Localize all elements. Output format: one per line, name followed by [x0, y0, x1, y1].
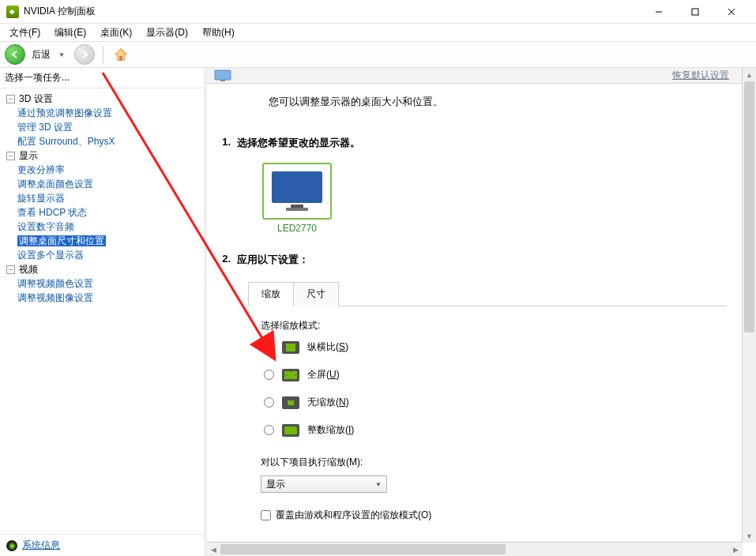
no-scaling-icon: [282, 396, 299, 409]
svg-rect-9: [286, 208, 308, 211]
menu-desktop[interactable]: 桌面(K): [94, 24, 138, 41]
svg-rect-10: [286, 344, 295, 351]
scaling-mode-label: 选择缩放模式:: [261, 319, 742, 332]
system-info-link[interactable]: 系统信息: [22, 539, 60, 552]
back-dropdown-icon[interactable]: ▼: [58, 51, 65, 58]
tree-desktop-size-position[interactable]: 调整桌面尺寸和位置: [17, 235, 106, 246]
restore-defaults-link[interactable]: 恢复默认设置: [666, 69, 735, 82]
tree-preview-adjust[interactable]: 通过预览调整图像设置: [17, 107, 112, 118]
chevron-down-icon: ▼: [375, 481, 382, 488]
monitor-name: LED2770: [261, 223, 333, 234]
task-tree: −3D 设置 通过预览调整图像设置 管理 3D 设置 配置 Surround、P…: [0, 88, 204, 534]
settings-tabs: 缩放 尺寸: [248, 281, 726, 306]
radio-integer-label: 整数缩放(I): [307, 423, 354, 437]
scroll-right-icon[interactable]: ▶: [729, 543, 743, 556]
radio-aspect-label: 纵横比(S): [307, 340, 348, 354]
minimize-button[interactable]: [641, 0, 677, 24]
scroll-up-icon[interactable]: ▲: [743, 68, 756, 81]
monitor-small-icon: [213, 69, 240, 83]
sidebar: 选择一项任务... −3D 设置 通过预览调整图像设置 管理 3D 设置 配置 …: [0, 68, 207, 556]
svg-rect-12: [288, 400, 294, 405]
section-select-display: 1. 选择您希望更改的显示器。 LED2770: [216, 136, 742, 234]
tree-video[interactable]: 视频: [19, 262, 38, 276]
tree-video-image[interactable]: 调整视频图像设置: [17, 292, 93, 303]
svg-rect-5: [215, 70, 231, 80]
svg-rect-4: [119, 56, 122, 61]
override-checkbox[interactable]: [261, 510, 271, 520]
tree-desktop-color[interactable]: 调整桌面颜色设置: [17, 178, 93, 190]
radio-integer-scaling[interactable]: 整数缩放(I): [264, 423, 742, 437]
sidebar-footer: ◉ 系统信息: [0, 534, 204, 556]
vertical-scrollbar[interactable]: ▲ ▼: [743, 68, 756, 543]
toolbar: 后退 ▼: [0, 41, 756, 68]
horizontal-scroll-thumb[interactable]: [220, 544, 506, 554]
menu-file[interactable]: 文件(F): [3, 24, 47, 41]
override-checkbox-row[interactable]: 覆盖由游戏和程序设置的缩放模式(O): [261, 509, 742, 522]
tree-toggle-display[interactable]: −: [6, 152, 15, 160]
override-label: 覆盖由游戏和程序设置的缩放模式(O): [276, 509, 431, 522]
intro-text: 您可以调整显示器的桌面大小和位置。: [207, 84, 742, 117]
tree-toggle-3d[interactable]: −: [6, 95, 15, 103]
fullscreen-icon: [282, 369, 299, 381]
menu-help[interactable]: 帮助(H): [196, 24, 241, 41]
system-info-icon: ◉: [6, 540, 17, 551]
aspect-ratio-icon: [282, 341, 299, 354]
vertical-scroll-thumb[interactable]: [744, 81, 754, 332]
tab-scale[interactable]: 缩放: [248, 282, 294, 306]
menubar: 文件(F) 编辑(E) 桌面(K) 显示器(D) 帮助(H): [0, 24, 756, 41]
horizontal-scrollbar[interactable]: ◀ ▶: [207, 543, 743, 556]
svg-rect-8: [291, 205, 303, 208]
tree-display[interactable]: 显示: [19, 148, 38, 163]
tree-multiple-displays[interactable]: 设置多个显示器: [17, 250, 84, 261]
radio-fullscreen-label: 全屏(U): [307, 368, 340, 381]
perform-scaling-label: 对以下项目执行缩放(M):: [261, 456, 742, 469]
sidebar-header: 选择一项任务...: [0, 68, 204, 88]
scroll-left-icon[interactable]: ◀: [207, 543, 220, 556]
section-2-number: 2.: [216, 253, 231, 267]
menu-edit[interactable]: 编辑(E): [48, 24, 92, 41]
scroll-down-icon[interactable]: ▼: [743, 529, 756, 543]
back-label: 后退: [32, 48, 51, 62]
svg-rect-1: [692, 9, 698, 15]
nvidia-app-icon: [6, 6, 19, 18]
back-button[interactable]: [5, 44, 25, 65]
tree-toggle-video[interactable]: −: [6, 265, 15, 274]
tree-manage-3d[interactable]: 管理 3D 设置: [17, 122, 73, 133]
tree-rotate-display[interactable]: 旋转显示器: [17, 193, 65, 204]
monitor-item[interactable]: LED2770: [261, 163, 333, 234]
tree-digital-audio[interactable]: 设置数字音频: [17, 221, 74, 232]
radio-fullscreen[interactable]: 全屏(U): [264, 368, 742, 381]
tree-hdcp-status[interactable]: 查看 HDCP 状态: [17, 207, 87, 218]
section-apply-settings: 2. 应用以下设置： 缩放 尺寸 选择缩放模式: 纵横: [216, 253, 742, 543]
radio-integer-input[interactable]: [264, 425, 274, 435]
window-title: NVIDIA 控制面板: [24, 5, 641, 18]
perform-scaling-select[interactable]: 显示 ▼: [261, 475, 387, 493]
home-button[interactable]: [111, 45, 130, 64]
section-1-number: 1.: [216, 136, 231, 150]
maximize-button[interactable]: [677, 0, 713, 24]
svg-rect-13: [284, 426, 297, 434]
tree-3d-settings[interactable]: 3D 设置: [19, 92, 53, 106]
close-button[interactable]: [713, 0, 750, 24]
tree-video-color[interactable]: 调整视频颜色设置: [17, 278, 93, 289]
tree-change-resolution[interactable]: 更改分辨率: [17, 164, 65, 175]
radio-no-scaling[interactable]: 无缩放(N): [264, 396, 742, 409]
forward-button[interactable]: [74, 44, 95, 65]
radio-no-scaling-input[interactable]: [264, 397, 274, 408]
toolbar-separator: [103, 46, 103, 63]
radio-aspect-input[interactable]: [264, 342, 274, 352]
menu-display[interactable]: 显示器(D): [140, 24, 194, 41]
svg-rect-7: [272, 171, 322, 203]
svg-rect-6: [220, 80, 225, 81]
radio-no-scaling-label: 无缩放(N): [307, 396, 349, 409]
content-area: 恢复默认设置 您可以调整显示器的桌面大小和位置。 1. 选择您希望更改的显示器。…: [207, 68, 756, 556]
radio-fullscreen-input[interactable]: [264, 370, 274, 380]
section-2-title: 应用以下设置：: [237, 253, 309, 267]
tree-surround-physx[interactable]: 配置 Surround、PhysX: [17, 136, 115, 147]
select-value: 显示: [266, 478, 285, 491]
monitor-thumb-icon: [262, 163, 332, 220]
content-top-strip: 恢复默认设置: [207, 68, 742, 84]
radio-aspect-ratio[interactable]: 纵横比(S): [264, 340, 742, 354]
integer-scaling-icon: [282, 424, 299, 437]
tab-size[interactable]: 尺寸: [293, 282, 339, 306]
